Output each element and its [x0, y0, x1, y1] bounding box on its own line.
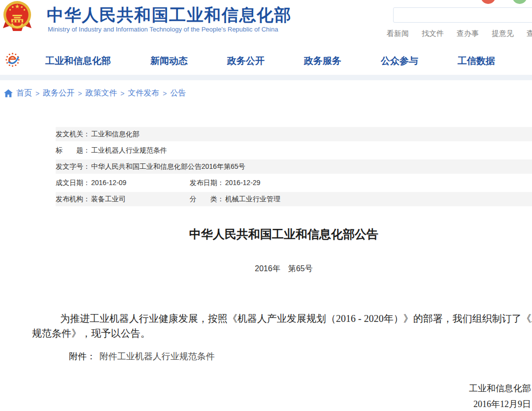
- green-badge-icon[interactable]: [512, 0, 527, 4]
- meta-row-dates: 成文日期：2016-12-09 发布日期：2016-12-29: [56, 176, 532, 190]
- meta-cell-publish-date: 发布日期：2016-12-29: [190, 176, 261, 190]
- link-find-documents[interactable]: 找文件: [422, 29, 444, 38]
- nav-items: 工业和信息化部 新闻动态 政务公开 政务服务 公众参与 工信数据: [45, 47, 495, 75]
- red-badge-icon[interactable]: [481, 0, 496, 4]
- site-subtitle-english: Ministry of Industry and Information Tec…: [48, 26, 278, 33]
- meta-value: 2016-12-29: [225, 179, 261, 187]
- meta-value: 工业机器人行业规范条件: [91, 146, 167, 154]
- meta-value: 机械工业行业管理: [225, 195, 280, 203]
- nav-item-public-participation[interactable]: 公众参与: [381, 55, 418, 67]
- meta-value: 工业和信息化部: [91, 130, 139, 138]
- attachment-label: 附件：: [69, 351, 96, 361]
- breadcrumb-announcement[interactable]: 公告: [170, 88, 186, 98]
- meta-label: 发布日期：: [190, 179, 224, 187]
- breadcrumb-gov-disclosure[interactable]: 政务公开: [43, 88, 74, 98]
- breadcrumb-separator: >: [35, 90, 39, 97]
- paragraph-line: 为推进工业机器人行业健康发展，按照《机器人产业发展规划（2016 - 2020年…: [32, 311, 532, 326]
- link-see-news[interactable]: 看新闻: [387, 29, 409, 38]
- document-paragraph: 为推进工业机器人行业健康发展，按照《机器人产业发展规划（2016 - 2020年…: [32, 311, 532, 341]
- breadcrumb-separator: >: [78, 90, 82, 97]
- meta-row-issuing-agency: 发文机关：工业和信息化部: [56, 127, 532, 141]
- breadcrumb: 首页 > 政务公开 > 政策文件 > 文件发布 > 公告: [4, 88, 186, 98]
- document-issue-number: 2016年 第65号: [0, 264, 532, 274]
- document-meta-table: 发文机关：工业和信息化部 标 题：工业机器人行业规范条件 发文字号：中华人民共和…: [56, 127, 532, 208]
- signature-block: 工业和信息化部 2016年12月9日: [469, 380, 531, 411]
- nav-item-miit-data[interactable]: 工信数据: [458, 55, 495, 67]
- meta-label: 成文日期：: [56, 179, 90, 187]
- nav-item-gov-services[interactable]: 政务服务: [304, 55, 341, 67]
- search-input[interactable]: [393, 7, 532, 23]
- link-check-services[interactable]: 查办事: [457, 29, 479, 38]
- miit-gear-logo-icon: [5, 52, 20, 67]
- document-title: 中华人民共和国工业和信息化部公告: [0, 225, 532, 243]
- meta-label: 发布机构：: [56, 195, 90, 203]
- meta-row-document-number: 发文字号：中华人民共和国工业和信息化部公告2016年第65号: [56, 159, 532, 174]
- breadcrumb-document-release[interactable]: 文件发布: [128, 88, 160, 98]
- nav-separator-band: [0, 75, 532, 80]
- breadcrumb-policy-documents[interactable]: 政策文件: [85, 88, 117, 98]
- main-nav: 工业和信息化部 新闻动态 政务公开 政务服务 公众参与 工信数据: [0, 47, 532, 75]
- meta-label: 发文字号：: [56, 162, 90, 170]
- meta-value: 2016-12-09: [91, 179, 127, 187]
- attachment-link[interactable]: 附件工业机器人行业规范条件: [100, 351, 215, 361]
- link-check-data[interactable]: 查数据: [527, 29, 532, 38]
- meta-label: 分 类：: [190, 195, 224, 203]
- meta-value: 装备工业司: [91, 195, 126, 203]
- header-quick-links: 看新闻 找文件 查办事 提意见 查数据: [387, 29, 532, 38]
- meta-row-publisher-category: 发布机构：装备工业司 分 类：机械工业行业管理: [56, 192, 532, 206]
- link-feedback[interactable]: 提意见: [492, 29, 514, 38]
- nav-item-ministry[interactable]: 工业和信息化部: [45, 55, 111, 67]
- paragraph-line: 规范条件》，现予以公告。: [32, 326, 532, 341]
- page: 中华人民共和国工业和信息化部 Ministry of Industry and …: [0, 0, 532, 411]
- breadcrumb-home[interactable]: 首页: [16, 88, 32, 98]
- site-title: 中华人民共和国工业和信息化部: [47, 4, 292, 27]
- meta-label: 发文机关：: [56, 130, 90, 138]
- meta-label: 标 题：: [56, 146, 90, 154]
- home-icon[interactable]: [4, 89, 13, 97]
- nav-item-news[interactable]: 新闻动态: [150, 55, 188, 67]
- breadcrumb-separator: >: [163, 90, 167, 97]
- meta-cell-category: 分 类：机械工业行业管理: [190, 192, 280, 206]
- national-emblem-icon: [3, 0, 32, 32]
- attachment-line: 附件：附件工业机器人行业规范条件: [69, 350, 215, 362]
- meta-value: 中华人民共和国工业和信息化部公告2016年第65号: [91, 162, 245, 170]
- sign-date: 2016年12月9日: [469, 396, 531, 411]
- breadcrumb-separator: >: [120, 90, 124, 97]
- meta-row-title: 标 题：工业机器人行业规范条件: [56, 143, 532, 158]
- signer-name: 工业和信息化部: [469, 380, 531, 396]
- nav-item-gov-disclosure[interactable]: 政务公开: [227, 55, 265, 67]
